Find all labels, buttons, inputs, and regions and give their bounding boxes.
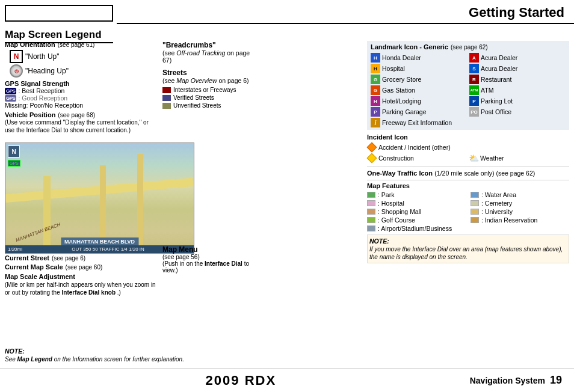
incident-grid: Accident / Incident (other) Construction…: [367, 142, 569, 163]
school-label: Acura Dealer: [481, 65, 517, 72]
header: Getting Started: [117, 0, 574, 24]
parking-garage-icon: P: [371, 107, 380, 117]
airport-color: [367, 225, 375, 231]
main-layout: Map Screen Legend Map Orientation (see p…: [0, 29, 574, 368]
street-item-0: Interstates or Freeways: [162, 87, 256, 93]
footer: 2009 RDX Navigation System 19: [0, 368, 574, 392]
features-grid: : Park : Water Area : Hospital : Cemeter…: [367, 191, 569, 232]
feature-park: : Park: [367, 191, 466, 198]
grocery-label: Grocery Store: [382, 76, 421, 83]
mall-color: [367, 209, 375, 215]
bottom-note-title: NOTE:: [5, 348, 25, 355]
post-label: Post Office: [481, 108, 511, 115]
oneway-section: One-Way Traffic Icon (1/20 mile scale on…: [367, 169, 569, 177]
map-orientation-page: (see page 61): [58, 41, 95, 48]
gps-best-row: GPS : Best Reception: [5, 87, 158, 94]
current-map-scale-label: Current Map Scale: [5, 263, 63, 271]
university-color: [471, 209, 479, 215]
acura-label: Acura Dealer: [481, 54, 517, 61]
footer-page: 19: [550, 374, 562, 387]
streets-section: Streets (see Map Overview on page 6) Int…: [162, 69, 256, 109]
restaurant-label: Restaurant: [481, 76, 511, 83]
landmark-restaurant: R Restaurant: [469, 75, 566, 84]
gps-signal-section: GPS Signal Strength GPS : Best Reception…: [5, 80, 158, 109]
honda-icon: H: [371, 53, 380, 63]
landmark-acura: A Acura Dealer: [469, 53, 566, 63]
map-orientation-label: Map Orientation: [5, 41, 55, 48]
water-label: : Water Area: [481, 191, 516, 198]
current-street-section: Current Street (see page 6): [5, 254, 161, 262]
incident-accident: Accident / Incident (other): [367, 142, 569, 152]
golf-label: : Golf Course: [378, 216, 415, 224]
below-map-annotations: Current Street (see page 6) Current Map …: [5, 254, 161, 298]
street-color-freeway: [162, 87, 171, 93]
university-label: : University: [481, 208, 513, 215]
map-street-name: MANHATTAN BEACH BLVD: [61, 237, 138, 246]
restaurant-icon: R: [469, 75, 479, 84]
landmark-parking-garage: P Parking Garage: [371, 107, 467, 117]
bottom-note-text: See Map Legend on the Information screen…: [5, 355, 233, 363]
heading-up-label: "Heading Up": [25, 67, 69, 75]
gas-icon: G: [371, 85, 380, 95]
accident-icon: [367, 142, 377, 152]
incident-weather: ⛅ Weather: [469, 153, 569, 163]
note-right-title: NOTE:: [369, 237, 389, 245]
school-icon: S: [469, 64, 479, 73]
landmark-atm: ATM ATM: [469, 85, 566, 95]
parking-lot-label: Parking Lot: [481, 97, 513, 105]
note-right-section: NOTE: If you move the Interface Dial ove…: [367, 234, 569, 263]
hotel-label: Hotel/Lodging: [382, 97, 421, 105]
top-left-box: [5, 5, 113, 22]
footer-model: 2009 RDX: [206, 373, 277, 388]
orange-diamond: [367, 142, 377, 153]
north-up-box: N "North Up": [10, 50, 158, 63]
gps-missing-text: Missing: Poor/No Reception: [5, 102, 83, 109]
atm-icon: ATM: [469, 85, 479, 95]
gps-good-badge: GPS: [5, 95, 16, 102]
construction-icon: [367, 153, 377, 163]
grocery-icon: G: [371, 75, 380, 84]
note-screen: screen for further explanation.: [104, 356, 184, 363]
breadcrumbs-section: "Breadcrumbs" (see Off-road Tracking on …: [162, 41, 256, 64]
post-icon: PO: [469, 107, 479, 117]
weather-icon: ⛅: [469, 153, 478, 163]
streets-desc: (see Map Overview on page 6): [162, 77, 256, 84]
incident-section: Incident Icon Accident / Incident (other…: [367, 132, 569, 164]
landmark-hospital: H Hospital: [371, 64, 467, 73]
weather-label: Weather: [480, 155, 504, 162]
map-menu-desc2: (Push in on the Interface Dial to view.): [162, 260, 256, 274]
atm-label: ATM: [481, 87, 493, 94]
map-scale-adj-label: Map Scale Adjustment: [5, 273, 75, 280]
map-image: MANHATTAN BEACH N GPS MANHATTAN BEACH BL…: [5, 142, 194, 254]
map-gps-indicator: GPS: [8, 160, 20, 167]
map-menu-label: Map Menu: [162, 245, 256, 254]
indian-label: : Indian Reservation: [481, 216, 537, 224]
honda-label: Honda Dealer: [382, 54, 421, 61]
street-label-unverified: Unverified Streets: [173, 102, 221, 109]
map-container: MANHATTAN BEACH N GPS MANHATTAN BEACH BL…: [5, 140, 194, 251]
feature-golf: : Golf Course: [367, 216, 466, 224]
mall-label: : Shopping Mall: [378, 208, 421, 215]
street-color-unverified: [162, 103, 171, 109]
vehicle-position-desc: (Use voice command "Display the current …: [5, 118, 158, 134]
street-item-2: Unverified Streets: [162, 102, 256, 109]
gas-label: Gas Station: [382, 87, 415, 94]
street-label-verified: Verified Streets: [173, 94, 214, 101]
landmark-honda: H Honda Dealer: [371, 53, 467, 63]
parking-lot-icon: P: [469, 96, 479, 106]
indian-color: [471, 217, 479, 223]
gps-signal-label: GPS Signal Strength: [5, 80, 158, 87]
vehicle-position-section: Vehicle Position (see page 68) (Use voic…: [5, 111, 158, 134]
gps-good-row: GPS : Good Reception: [5, 94, 158, 102]
note-map-legend: Map Legend: [17, 356, 52, 363]
map-features-title: Map Features: [367, 182, 569, 189]
parking-garage-label: Parking Garage: [382, 108, 427, 115]
hospital-icon: H: [371, 64, 380, 73]
construction-label: Construction: [378, 155, 414, 162]
note-see: See: [5, 356, 17, 363]
right-panel: Landmark Icon - Generic (see page 62) H …: [367, 41, 569, 263]
gps-best-badge: GPS: [5, 88, 16, 94]
feature-hospital: : Hospital: [367, 200, 466, 207]
current-street-page: (see page 6): [52, 255, 85, 262]
heading-up-icon: ◎: [10, 64, 23, 78]
